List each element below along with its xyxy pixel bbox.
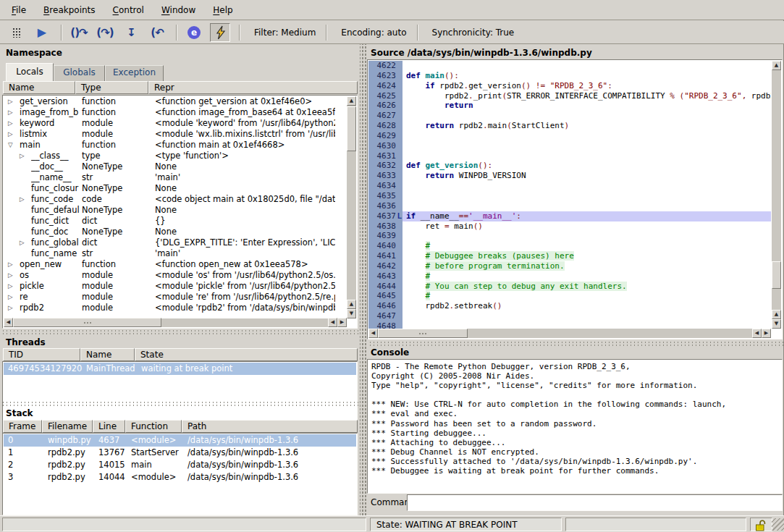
source-line[interactable]: 4643 #: [368, 271, 771, 282]
gutter-line-number[interactable]: 4641: [368, 251, 402, 261]
scroll-down-button[interactable]: ▼: [772, 319, 781, 329]
gutter-line-number[interactable]: 4627: [368, 111, 402, 121]
source-line[interactable]: 4633 return WINPDB_VERSION: [368, 171, 771, 181]
column-header-repr[interactable]: Repr: [148, 81, 358, 94]
namespace-row[interactable]: __doc__NoneTypeNone: [4, 161, 347, 172]
namespace-row[interactable]: ▷remodule<module 're' from '/usr/lib64/p…: [4, 292, 347, 303]
expand-arrow-icon[interactable]: ▷: [8, 259, 13, 270]
column-header-name[interactable]: Name: [80, 348, 135, 361]
gutter-line-number[interactable]: 4639: [368, 231, 402, 241]
tab-exception[interactable]: Exception: [105, 65, 164, 81]
gutter-line-number[interactable]: 4630: [368, 141, 402, 151]
source-view[interactable]: 46224623def main():4624 if rpdb2.get_ver…: [367, 59, 783, 339]
source-line[interactable]: 4639: [368, 231, 771, 241]
return-icon[interactable]: ↧: [121, 23, 141, 42]
source-line[interactable]: 4622: [368, 61, 771, 71]
gutter-line-number[interactable]: 4623: [368, 71, 402, 81]
expand-arrow-icon[interactable]: ▷: [8, 303, 13, 313]
scroll-left-button[interactable]: ◀: [752, 329, 762, 338]
source-line[interactable]: 4627: [368, 111, 771, 121]
scroll-left-button[interactable]: ◀: [368, 329, 378, 338]
gutter-line-number[interactable]: 4644: [368, 282, 402, 292]
resize-grip[interactable]: [772, 518, 784, 531]
scroll-left-button[interactable]: ◀: [328, 318, 337, 327]
gutter-line-number[interactable]: 4622: [368, 61, 402, 71]
column-header-name[interactable]: Name: [3, 81, 75, 94]
namespace-row[interactable]: func_dictdict{}: [4, 216, 347, 227]
scroll-up-button[interactable]: ▲: [772, 310, 781, 319]
source-line[interactable]: 4648: [368, 321, 771, 329]
source-hscrollbar[interactable]: ◀ ◀ ▶: [368, 329, 771, 338]
gutter-line-number[interactable]: 4640: [368, 241, 402, 251]
menu-item-breakpoints[interactable]: Breakpoints: [35, 2, 104, 18]
source-line[interactable]: 4640 #: [368, 241, 771, 251]
goto-icon[interactable]: (↶: [147, 23, 167, 42]
column-header-line[interactable]: Line: [93, 420, 125, 433]
tab-locals[interactable]: Locals: [6, 63, 54, 81]
scroll-up-button[interactable]: ▲: [772, 61, 781, 70]
gutter-line-number[interactable]: 4636: [368, 201, 402, 211]
source-line[interactable]: 4631: [368, 151, 771, 161]
gutter-line-number[interactable]: 4633: [368, 171, 402, 181]
source-line[interactable]: 4625 rpdb2._print(STR_ERROR_INTERFACE_CO…: [368, 91, 771, 101]
gutter-line-number[interactable]: 4647: [368, 311, 402, 321]
column-header-state[interactable]: State: [135, 348, 358, 361]
source-line[interactable]: 4623def main():: [368, 71, 771, 81]
column-header-function[interactable]: Function: [125, 420, 182, 433]
namespace-row[interactable]: ▷func_globaldict{'DLG_EXPR_TITLE': 'Ente…: [4, 237, 347, 248]
namespace-row[interactable]: ▷open_newfunction<function open_new at 0…: [4, 259, 347, 270]
namespace-row[interactable]: ▷listmixmodule<module 'wx.lib.mixins.lis…: [4, 129, 347, 140]
namespace-row[interactable]: ▷rpdb2module<module 'rpdb2' from '/data/…: [4, 303, 347, 313]
column-header-tid[interactable]: TID: [3, 348, 80, 361]
gutter-line-number[interactable]: 4631: [368, 151, 402, 161]
expand-arrow-icon[interactable]: ▷: [8, 292, 13, 303]
expand-arrow-icon[interactable]: ▷: [20, 237, 25, 248]
scroll-down-button[interactable]: ▼: [347, 309, 356, 318]
expand-arrow-icon[interactable]: ▷: [8, 118, 13, 129]
gutter-line-number[interactable]: 4624: [368, 81, 402, 91]
scrollbar-thumb[interactable]: [13, 318, 161, 327]
next-icon[interactable]: ()↷: [69, 23, 89, 42]
source-vscrollbar[interactable]: ▲ ▲ ▼: [772, 61, 781, 329]
source-line[interactable]: 4637Lif __name__=='__main__':: [368, 211, 771, 221]
expand-arrow-icon[interactable]: ▷: [20, 194, 25, 205]
namespace-row[interactable]: func_defaulNoneTypeNone: [4, 205, 347, 216]
gutter-line-number[interactable]: 4645: [368, 291, 402, 301]
source-line[interactable]: 4624 if rpdb2.get_version() != "RPDB_2_3…: [368, 81, 771, 91]
source-line[interactable]: 4642 # before program termination.: [368, 261, 771, 271]
gutter-line-number[interactable]: 4634: [368, 181, 402, 191]
gutter-line-number[interactable]: 4648: [368, 321, 402, 329]
menu-item-window[interactable]: Window: [153, 2, 204, 18]
namespace-row[interactable]: ▷image_from_bfunction<function image_fro…: [4, 107, 347, 118]
expand-arrow-icon[interactable]: ▷: [8, 107, 13, 118]
column-header-filename[interactable]: Filename: [42, 420, 93, 433]
gutter-line-number[interactable]: 4638: [368, 221, 402, 232]
menu-item-help[interactable]: Help: [204, 2, 241, 18]
source-line[interactable]: 4646 rpdb2.setbreak(): [368, 301, 771, 311]
gutter-line-number[interactable]: 4635: [368, 191, 402, 201]
vertical-splitter[interactable]: [360, 44, 367, 515]
source-line[interactable]: 4626 return: [368, 101, 771, 111]
gutter-line-number[interactable]: 4629: [368, 131, 402, 141]
tab-globals[interactable]: Globals: [54, 65, 105, 81]
source-line[interactable]: 4634: [368, 181, 771, 191]
namespace-row[interactable]: ▷__class__type<type 'function'>: [4, 151, 347, 161]
scroll-right-button[interactable]: ▶: [762, 329, 771, 338]
expand-arrow-icon[interactable]: ▷: [8, 129, 13, 140]
scrollbar-thumb[interactable]: [347, 106, 356, 151]
stack-frame-row[interactable]: 0winpdb.py4637<module>/data/sys/bin/winp…: [4, 434, 356, 447]
namespace-row[interactable]: ▷get_versionfunction<function get_versio…: [4, 96, 347, 107]
break-icon[interactable]: [6, 23, 26, 42]
command-input[interactable]: [407, 494, 783, 511]
namespace-row[interactable]: ▷func_codecode<code object main at 0x180…: [4, 194, 347, 205]
source-line[interactable]: 4632def get_version():: [368, 161, 771, 171]
exception-icon[interactable]: e: [184, 23, 204, 42]
gutter-line-number[interactable]: 4637L: [368, 211, 402, 221]
gutter-line-number[interactable]: 4626: [368, 101, 402, 111]
source-line[interactable]: 4641 # Debuggee breaks (pauses) here: [368, 251, 771, 261]
source-line[interactable]: 4645 #: [368, 291, 771, 301]
go-icon[interactable]: ▶: [32, 23, 52, 42]
collapse-arrow-icon[interactable]: ▽: [8, 140, 13, 151]
namespace-row[interactable]: ▷keywordmodule<module 'keyword' from '/u…: [4, 118, 347, 129]
namespace-row[interactable]: ▷osmodule<module 'os' from '/usr/lib64/p…: [4, 270, 347, 281]
